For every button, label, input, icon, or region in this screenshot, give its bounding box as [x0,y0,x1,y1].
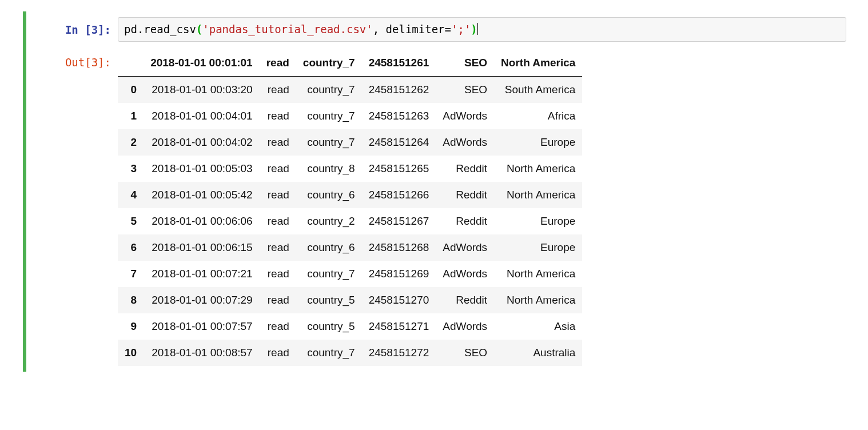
table-cell: AdWords [436,261,494,287]
table-cell: Reddit [436,182,494,208]
code-string-arg-2: ';' [451,23,471,35]
column-header: 2458151261 [362,50,436,77]
notebook-cell: In [3]: pd.read_csv('pandas_tutorial_rea… [23,11,846,372]
table-cell: 2018-01-01 00:05:03 [144,156,260,182]
output-block: Out[3]: 2018-01-01 00:01:01readcountry_7… [118,50,846,366]
table-cell: country_7 [296,76,362,103]
table-cell: read [260,234,296,261]
table-cell: 2018-01-01 00:07:21 [144,261,260,287]
table-cell: AdWords [436,313,494,340]
table-cell: 2018-01-01 00:05:42 [144,182,260,208]
table-row: 72018-01-01 00:07:21readcountry_72458151… [118,261,582,287]
row-index: 9 [118,313,144,340]
table-row: 02018-01-01 00:03:20readcountry_72458151… [118,76,582,103]
table-cell: country_6 [296,234,362,261]
row-index: 0 [118,76,144,103]
table-cell: 2458151263 [362,103,436,129]
row-index: 1 [118,103,144,129]
table-cell: read [260,129,296,156]
table-cell: North America [494,287,582,313]
table-cell: country_6 [296,182,362,208]
table-cell: Europe [494,234,582,261]
table-cell: 2018-01-01 00:04:01 [144,103,260,129]
table-cell: country_8 [296,156,362,182]
table-cell: 2018-01-01 00:04:02 [144,129,260,156]
table-cell: read [260,103,296,129]
table-cell: South America [494,76,582,103]
header-row: 2018-01-01 00:01:01readcountry_724581512… [118,50,582,77]
table-cell: Australia [494,340,582,366]
row-index: 7 [118,261,144,287]
cell-body: pd.read_csv('pandas_tutorial_read.csv', … [118,17,846,366]
table-cell: read [260,208,296,234]
table-row: 102018-01-01 00:08:57readcountry_7245815… [118,340,582,366]
table-cell: country_5 [296,287,362,313]
table-cell: 2458151271 [362,313,436,340]
table-cell: country_7 [296,129,362,156]
table-cell: 2458151267 [362,208,436,234]
table-cell: 2018-01-01 00:07:29 [144,287,260,313]
table-cell: SEO [436,76,494,103]
table-row: 92018-01-01 00:07:57readcountry_52458151… [118,313,582,340]
in-prompt-label: In [3]: [65,23,111,36]
code-token: pd.read_csv [124,23,196,35]
table-cell: read [260,313,296,340]
table-cell: 2458151268 [362,234,436,261]
table-cell: Reddit [436,156,494,182]
table-cell: Asia [494,313,582,340]
code-input[interactable]: pd.read_csv('pandas_tutorial_read.csv', … [118,17,846,42]
row-index: 5 [118,208,144,234]
code-close-paren: ) [471,23,477,35]
output-area: 2018-01-01 00:01:01readcountry_724581512… [118,50,582,366]
row-index: 3 [118,156,144,182]
code-open-paren: ( [196,23,202,35]
table-cell: AdWords [436,234,494,261]
row-index: 8 [118,287,144,313]
row-index: 4 [118,182,144,208]
table-cell: 2458151265 [362,156,436,182]
table-cell: country_7 [296,340,362,366]
table-cell: 2458151269 [362,261,436,287]
out-prompt-label: Out[3]: [65,56,111,69]
table-cell: AdWords [436,129,494,156]
table-cell: read [260,76,296,103]
table-cell: 2458151266 [362,182,436,208]
table-cell: 2018-01-01 00:03:20 [144,76,260,103]
dataframe-table: 2018-01-01 00:01:01readcountry_724581512… [118,50,582,366]
table-cell: 2018-01-01 00:06:06 [144,208,260,234]
table-cell: read [260,340,296,366]
table-row: 32018-01-01 00:05:03readcountry_82458151… [118,156,582,182]
table-cell: 2458151264 [362,129,436,156]
column-header: 2018-01-01 00:01:01 [144,50,260,77]
table-row: 52018-01-01 00:06:06readcountry_22458151… [118,208,582,234]
table-row: 62018-01-01 00:06:15readcountry_62458151… [118,234,582,261]
table-cell: country_2 [296,208,362,234]
row-index: 2 [118,129,144,156]
table-cell: country_7 [296,103,362,129]
table-cell: 2018-01-01 00:07:57 [144,313,260,340]
table-cell: country_5 [296,313,362,340]
table-body: 02018-01-01 00:03:20readcountry_72458151… [118,76,582,366]
table-cell: 2458151272 [362,340,436,366]
code-eq: = [445,23,451,35]
row-index: 6 [118,234,144,261]
table-cell: Reddit [436,287,494,313]
table-row: 82018-01-01 00:07:29readcountry_52458151… [118,287,582,313]
table-row: 42018-01-01 00:05:42readcountry_62458151… [118,182,582,208]
table-cell: North America [494,261,582,287]
table-cell: North America [494,182,582,208]
table-row: 22018-01-01 00:04:02readcountry_72458151… [118,129,582,156]
table-cell: read [260,261,296,287]
table-cell: Europe [494,208,582,234]
column-header: SEO [436,50,494,77]
table-cell: Africa [494,103,582,129]
table-cell: read [260,182,296,208]
table-cell: AdWords [436,103,494,129]
index-header-blank [118,50,144,77]
table-row: 12018-01-01 00:04:01readcountry_72458151… [118,103,582,129]
code-string-arg: 'pandas_tutorial_read.csv' [202,23,372,35]
table-cell: country_7 [296,261,362,287]
column-header: North America [494,50,582,77]
table-cell: North America [494,156,582,182]
table-cell: read [260,287,296,313]
